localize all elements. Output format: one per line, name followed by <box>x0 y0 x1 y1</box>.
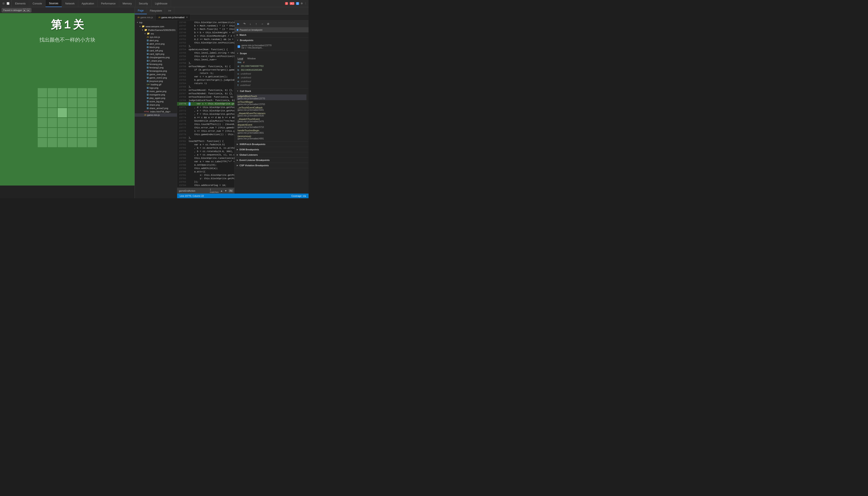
dom-bp-header[interactable]: ▶ DOM Breakpoints <box>234 147 308 152</box>
code-line[interactable]: 23792 y: this.blockSprite.getPositionY()… <box>177 177 234 180</box>
tree-item-play-again[interactable]: 🖼 play_again.png <box>135 96 177 100</box>
tab-security[interactable]: Security <box>135 0 152 7</box>
scope-header[interactable]: ▼ Scope <box>234 51 308 56</box>
code-line[interactable]: 23765}, <box>177 85 234 89</box>
search-down-icon[interactable]: ▼ <box>225 189 227 192</box>
code-line[interactable]: 23767onTouchEnded: function(a, b) {}, <box>177 92 234 95</box>
cs-item-handle-touches[interactable]: handleTouchesBegin game.min.js:formatted… <box>237 129 306 135</box>
tree-item-card-right[interactable]: 🖼 card_right.png <box>135 52 177 56</box>
code-line[interactable]: 23788 a.setOpacity(0); <box>177 163 234 167</box>
step-over-button[interactable]: ↷ <box>242 21 246 26</box>
tree-item-sys[interactable]: JS sys.min.js <box>135 35 177 39</box>
tree-item-jixuyouxi[interactable]: 🖼 jixuyouxi.png <box>135 79 177 83</box>
tree-breadcrumb[interactable]: ▼ top <box>135 20 177 25</box>
csp-header[interactable]: ▶ CSP Violation Breakpoints <box>234 163 308 168</box>
resume-button[interactable]: ▶ <box>236 21 241 26</box>
event-listener-header[interactable]: ▶ Event Listener Breakpoints <box>234 158 308 162</box>
code-line[interactable]: 23755 this.level_label.string = this.lev… <box>177 51 234 55</box>
code-line[interactable]: 23775 SoundUtile.playMusic("res/music/su… <box>177 119 234 123</box>
code-line[interactable]: 23750 a = this.blockMaxHeight / 2 + this… <box>177 34 234 38</box>
tree-item-f-share[interactable]: 🖼 f_share.png <box>135 59 177 62</box>
step-button[interactable]: ⏭ <box>27 9 30 12</box>
tree-item-share-arrow2[interactable]: 🖼 share_arrow2.png <box>135 107 177 110</box>
code-line[interactable]: 23754updateLevelNum: function() { <box>177 48 234 51</box>
tree-item-ferxiang2[interactable]: 🖼 ferxiang2.png <box>135 66 177 69</box>
tree-item-ferxiang[interactable]: 🖼 ferxiang.png <box>135 62 177 66</box>
code-line[interactable]: 23759onTouchBegan: function(a, b) { <box>177 65 234 68</box>
xhr-header[interactable]: ▶ XHR/Fetch Breakpoints <box>234 142 308 147</box>
cs-item-dispatch-touch[interactable]: _dispatchTouchEvent game.min.js:formatte… <box>237 117 306 123</box>
tree-item-res[interactable]: ▼ 📁 res <box>135 32 177 35</box>
global-listeners-header[interactable]: ▶ Global Listeners <box>234 152 308 157</box>
code-line[interactable]: 23753}, <box>177 45 234 48</box>
close-tab-icon[interactable]: ✕ <box>186 16 188 18</box>
cs-item-dispatch-event[interactable]: dispatchEvent game.min.js:formatted:5710 <box>237 123 306 129</box>
tab-memory[interactable]: Memory <box>119 0 135 7</box>
more-icon[interactable]: ⋮ <box>305 2 307 5</box>
tree-item-more-game[interactable]: 🖼 more_game.png <box>135 90 177 93</box>
tree-item-domain[interactable]: ▼ 📁 www.wesane.com <box>135 25 177 28</box>
tree-item-alert-error[interactable]: 🖼 alert_error.png <box>135 42 177 46</box>
match-case-icon[interactable]: Aa <box>229 189 233 192</box>
code-line[interactable]: 23761 return !1; <box>177 72 234 75</box>
code-line[interactable]: 23779 this.gameEndAction()) : this.touch… <box>177 133 234 136</box>
step-out-button[interactable]: ↑ <box>254 21 258 26</box>
tab-lighthouse[interactable]: Lighthouse <box>152 0 171 7</box>
code-line[interactable]: 23787 var a = new cc.LabelTTF("+" + (thi… <box>177 160 234 163</box>
code-line[interactable]: 23768onTouchCancelled: function(a, b) {}… <box>177 95 234 99</box>
tab-sources[interactable]: Sources <box>46 0 62 7</box>
code-line[interactable]: 23786 this.blockSprite.runAction(a); <box>177 156 234 160</box>
code-line[interactable]: 23760 if (b.getCurrentTarget().gameEndSt… <box>177 68 234 72</box>
tab-elements[interactable]: Elements <box>12 0 29 7</box>
dt-tab-filesystem[interactable]: Filesystem <box>147 7 165 14</box>
code-line[interactable]: 23748 b = Math.floor(b) * (2 * this.bloc… <box>177 28 234 31</box>
tree-item-share[interactable]: 🖼 share.png <box>135 103 177 107</box>
code-line[interactable]: 23772 , e = this.blockSprite.getPosition… <box>177 109 234 112</box>
step-into-button[interactable]: ↓ <box>248 21 253 26</box>
tree-item-choujianganniu[interactable]: 🖼 choujianganniu.png <box>135 56 177 59</box>
code-line[interactable]: 23769judgeIsBlockTouch: function(a, b) {… <box>177 99 234 102</box>
code-line[interactable]: 23784 , b = cc.rotateby(0.0, 360), <box>177 150 234 153</box>
tree-item-public[interactable]: ▼ 📁 Public/Games/326029/201 <box>135 28 177 32</box>
dt-tab-page[interactable]: Page <box>135 7 147 14</box>
local-switch[interactable]: Local <box>238 57 243 60</box>
code-line[interactable]: 23789 this.addChild(a); <box>177 167 234 170</box>
tree-item-game-min[interactable]: JS game.min.js <box>135 113 177 117</box>
code-line[interactable]: 23780}, <box>177 136 234 140</box>
breakpoints-header[interactable]: ▼ Breakpoints <box>234 38 308 43</box>
search-input[interactable] <box>179 189 208 192</box>
breakpoint-item[interactable]: game.min.js:formatted:23770 var c = this… <box>237 44 306 49</box>
code-line[interactable]: 23752 this.blockSprite.setPosition(cc.p(… <box>177 41 234 45</box>
watch-header[interactable]: ▶ Watch <box>234 32 308 37</box>
code-line[interactable]: 23763 b.getCurrentTarget().judgeIsBlockT… <box>177 78 234 82</box>
breakpoint-checkbox[interactable] <box>238 45 240 48</box>
code-line[interactable]: 23764 return !1 <box>177 82 234 85</box>
code-line[interactable]: 23793 }); <box>177 180 234 184</box>
tab-network[interactable]: Network <box>62 0 78 7</box>
cs-item-ontouchevent[interactable]: _onTouchEventCallback game.min.js:format… <box>237 106 306 112</box>
code-line[interactable]: 23762 var c = a.getLocation(); <box>177 75 234 78</box>
code-line[interactable]: 23790 a.attr({ <box>177 170 234 173</box>
code-line[interactable]: 23777 this.error_num ? (this.gameEndStat… <box>177 126 234 129</box>
file-tab-game-min[interactable]: JS game.min.js <box>135 14 156 20</box>
tree-item-alert[interactable]: 🖼 alert.png <box>135 39 177 42</box>
code-line[interactable]: 23770→ var c = this.blockSprite.getPosit… <box>177 102 234 106</box>
code-line[interactable]: 23749 b = b + this.blockHeight + this.vi… <box>177 31 234 34</box>
tab-performance[interactable]: Performance <box>98 0 119 7</box>
tree-item-score-bg[interactable]: 🖼 score_bg.png <box>135 100 177 103</box>
play-button[interactable]: ▶ <box>23 9 26 12</box>
code-line[interactable]: 23794 this.addScoreFlag = 10; <box>177 184 234 187</box>
code-line[interactable]: 23757 this.level_num++ <box>177 58 234 61</box>
code-line[interactable]: 23746 this.blockSprite.setOpacity(a); <box>177 21 234 24</box>
tree-item-ferxiangyixia[interactable]: 🖼 ferxiangyixia.png <box>135 69 177 73</box>
tree-item-game-over[interactable]: 🖼 game_over.png <box>135 73 177 76</box>
device-icon[interactable]: ⬜ <box>6 2 10 5</box>
code-line[interactable]: 23778 1 <= this.error_num ? (this.gameEn… <box>177 129 234 133</box>
tree-item-block[interactable]: 🖼 block.png <box>135 46 177 49</box>
code-line[interactable]: 23766onTouchMoved: function(a, b) {}, <box>177 89 234 92</box>
code-line[interactable]: 23751 0.2 >= Math.random() && (a = this.… <box>177 38 234 41</box>
cs-item-anonymous[interactable]: (anonymous) game.min.js:formatted:4091 <box>237 135 306 140</box>
step-button[interactable]: → <box>260 21 264 26</box>
cs-item-ontouchbegan[interactable]: onTouchBegan game.min.js:formatted:23763 <box>237 100 306 106</box>
tab-console[interactable]: Console <box>29 0 46 7</box>
